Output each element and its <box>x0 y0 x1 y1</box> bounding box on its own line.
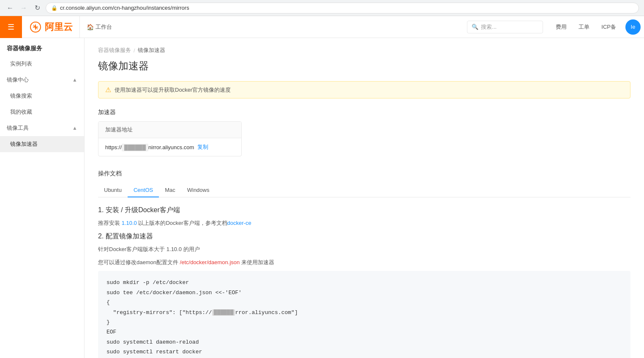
sidebar: 容器镜像服务 实例列表 镜像中心 ▲ 镜像搜索 我的收藏 镜像工具 ▲ 镜像加速… <box>0 38 85 358</box>
docker-ce-link[interactable]: docker-ce <box>227 220 251 226</box>
accelerator-table-row: https://██████nirror.aliyuncs.com 复制 <box>98 138 241 156</box>
nav-action-icp[interactable]: ICP备 <box>595 16 622 38</box>
sidebar-item-image-accelerator[interactable]: 镜像加速器 <box>0 136 84 152</box>
user-initials: Ie <box>631 24 636 30</box>
breadcrumb: 容器镜像服务 / 镜像加速器 <box>98 46 630 54</box>
lock-icon: 🔒 <box>51 5 57 11</box>
sidebar-group-label: 镜像工具 <box>7 124 29 132</box>
reload-button[interactable]: ↻ <box>32 3 42 13</box>
back-button[interactable]: ← <box>5 3 15 13</box>
accelerator-section-label: 加速器 <box>98 109 630 116</box>
version-link[interactable]: 1.10.0 <box>122 220 137 226</box>
app-layout: 容器镜像服务 实例列表 镜像中心 ▲ 镜像搜索 我的收藏 镜像工具 ▲ 镜像加速… <box>0 38 644 358</box>
step2-title: 2. 配置镜像加速器 <box>98 232 630 241</box>
warning-icon: ⚠ <box>105 86 111 94</box>
docs-tabs: Ubuntu CentOS Mac Windows <box>98 183 630 197</box>
content-wrapper: 容器镜像服务 / 镜像加速器 镜像加速器 ⚠ 使用加速器可以提升获取Docker… <box>85 38 644 358</box>
accelerator-url: https://██████nirror.aliyuncs.com <box>105 144 194 150</box>
tab-ubuntu[interactable]: Ubuntu <box>98 183 128 197</box>
workbench-label: 工作台 <box>96 23 112 31</box>
logo-area: 阿里云 <box>22 16 80 38</box>
sidebar-group-image-center[interactable]: 镜像中心 ▲ <box>0 72 84 88</box>
info-banner: ⚠ 使用加速器可以提升获取Docker官方镜像的速度 <box>98 81 630 98</box>
sidebar-item-label: 我的收藏 <box>10 108 32 116</box>
step2-text2: 您可以通过修改daemon配置文件 /etc/docker/daemon.jso… <box>98 258 630 267</box>
workbench-link[interactable]: 🏠 工作台 <box>80 16 119 38</box>
step1-title: 1. 安装 / 升级Docker客户端 <box>98 206 630 215</box>
sidebar-collapse-button[interactable]: ◀ <box>84 190 85 207</box>
hamburger-button[interactable]: ☰ <box>0 16 22 38</box>
file-path: /etc/docker/daemon.json <box>180 259 240 265</box>
info-banner-text: 使用加速器可以提升获取Docker官方镜像的速度 <box>115 86 231 94</box>
main-content: 容器镜像服务 / 镜像加速器 镜像加速器 ⚠ 使用加速器可以提升获取Docker… <box>85 38 644 358</box>
page-title: 镜像加速器 <box>98 59 630 73</box>
chevron-up-icon-2: ▲ <box>72 125 77 131</box>
user-avatar[interactable]: Ie <box>625 19 641 35</box>
masked-code-url: ██████ <box>212 309 235 316</box>
home-icon: 🏠 <box>87 24 94 30</box>
step2-text1: 针对Docker客户端版本大于 1.10.0 的用户 <box>98 245 630 254</box>
sidebar-group-label: 镜像中心 <box>7 76 29 84</box>
logo-text: 阿里云 <box>45 21 73 33</box>
docs-section-title: 操作文档 <box>98 170 630 178</box>
code-block: sudo mkdir -p /etc/docker sudo tee /etc/… <box>98 271 630 358</box>
accelerator-table-header: 加速器地址 <box>98 122 241 138</box>
aliyun-logo-icon <box>29 20 42 34</box>
url-text: cr.console.aliyun.com/cn-hangzhou/instan… <box>60 5 189 11</box>
browser-chrome: ← → ↻ 🔒 cr.console.aliyun.com/cn-hangzho… <box>0 0 644 16</box>
tab-centos[interactable]: CentOS <box>128 183 159 197</box>
tab-windows[interactable]: Windows <box>181 183 216 197</box>
chevron-up-icon: ▲ <box>72 77 77 83</box>
hamburger-icon: ☰ <box>8 22 14 32</box>
top-nav-right: 🔍 搜索... 费用 工单 ICP备 Ie <box>467 16 644 38</box>
copy-button[interactable]: 复制 <box>197 143 208 151</box>
nav-action-ticket[interactable]: 工单 <box>573 16 595 38</box>
step1-text: 推荐安装 1.10.0 以上版本的Docker客户端，参考文档docker-ce <box>98 219 630 228</box>
breadcrumb-current: 镜像加速器 <box>138 46 165 54</box>
search-icon: 🔍 <box>472 24 478 30</box>
sidebar-item-label: 实例列表 <box>10 60 32 68</box>
sidebar-item-instance-list[interactable]: 实例列表 <box>0 56 84 72</box>
sidebar-section-title: 容器镜像服务 <box>0 38 84 56</box>
breadcrumb-parent-link[interactable]: 容器镜像服务 <box>98 46 131 54</box>
sidebar-group-image-tools[interactable]: 镜像工具 ▲ <box>0 120 84 136</box>
search-placeholder-text: 搜索... <box>481 23 497 31</box>
sidebar-item-image-search[interactable]: 镜像搜索 <box>0 88 84 104</box>
search-area[interactable]: 🔍 搜索... <box>467 21 543 33</box>
address-bar[interactable]: 🔒 cr.console.aliyun.com/cn-hangzhou/inst… <box>46 3 639 14</box>
breadcrumb-separator: / <box>134 47 135 54</box>
masked-url-part: ██████ <box>122 144 148 151</box>
sidebar-item-label: 镜像加速器 <box>10 140 38 148</box>
nav-action-fees[interactable]: 费用 <box>550 16 573 38</box>
sidebar-item-label: 镜像搜索 <box>10 92 32 100</box>
accelerator-table: 加速器地址 https://██████nirror.aliyuncs.com … <box>98 121 242 156</box>
tab-mac[interactable]: Mac <box>159 183 181 197</box>
sidebar-item-my-favorites[interactable]: 我的收藏 <box>0 104 84 120</box>
forward-button[interactable]: → <box>19 3 29 13</box>
top-nav: ☰ 阿里云 🏠 工作台 🔍 搜索... 费用 工单 ICP备 Ie <box>0 16 644 38</box>
